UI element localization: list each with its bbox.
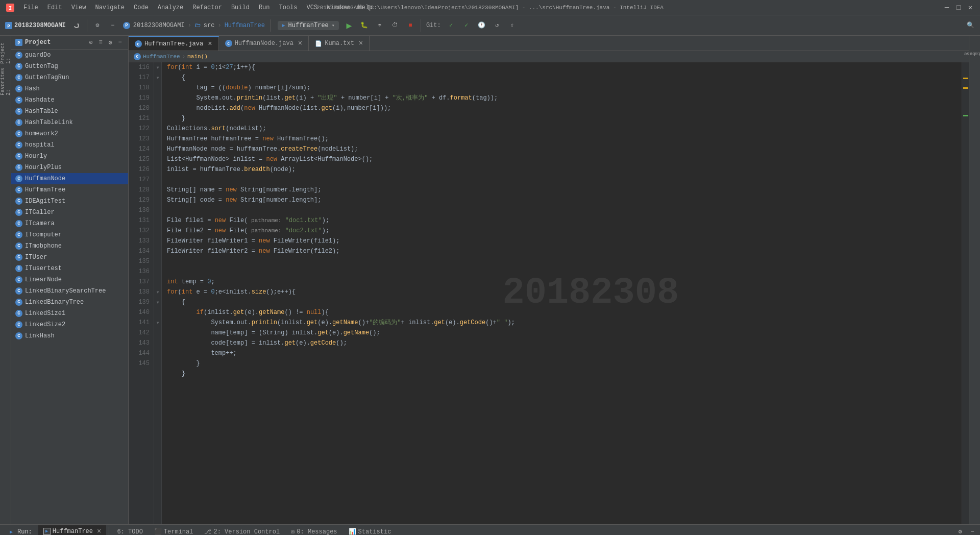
sidebar-settings-btn[interactable]: ⚙: [106, 38, 114, 46]
git-check-btn[interactable]: ✓: [444, 18, 458, 33]
fold-117[interactable]: ▾: [154, 72, 161, 83]
sidebar-item-hospital[interactable]: C hospital: [11, 139, 128, 151]
sidebar-item-LinkedBinarySearchTree[interactable]: C LinkedBinarySearchTree: [11, 285, 128, 297]
tab-close-kuma[interactable]: ×: [359, 39, 363, 47]
menu-refactor[interactable]: Refactor: [188, 3, 226, 12]
code-content[interactable]: for(int i = 0;i<27;i++){ { tag = ((doubl…: [162, 62, 962, 524]
sidebar-item-GuttenTag[interactable]: C GuttenTag: [11, 61, 128, 72]
menu-code[interactable]: Code: [130, 3, 153, 12]
sidebar-title: Project: [25, 39, 84, 46]
svg-text:I: I: [9, 6, 12, 11]
run-button[interactable]: ▶: [342, 18, 356, 33]
sidebar-item-LinearNode[interactable]: C LinearNode: [11, 274, 128, 285]
run-section-label: ▶ Run:: [3, 528, 37, 536]
code-line-136: [167, 266, 957, 277]
code-editor[interactable]: C HuffmanTree › main() 20182308 116 117 …: [129, 51, 969, 524]
coverage-button[interactable]: ☂: [373, 18, 387, 33]
panel-settings-btn[interactable]: ⚙: [955, 527, 965, 536]
sidebar-item-Hash[interactable]: C Hash: [11, 83, 128, 94]
sidebar-item-guardDo[interactable]: C guardDo: [11, 50, 128, 61]
fold-139[interactable]: ▾: [154, 297, 161, 307]
profile-button[interactable]: ⏱: [388, 18, 402, 33]
file-icon-HashTableLink: C: [15, 119, 22, 126]
sidebar-close-btn[interactable]: −: [116, 38, 124, 46]
sidebar-item-LinkedSize1[interactable]: C LinkedSize1: [11, 308, 128, 319]
tab-kuma[interactable]: 📄 Kuma.txt ×: [309, 36, 370, 51]
fold-empty-118: [154, 83, 161, 93]
git-check2-btn[interactable]: ✓: [459, 18, 474, 33]
collapse-btn[interactable]: −: [106, 18, 120, 33]
bottom-panel: ▶ Run: ▶ HuffmanTree × 6: TODO ⬛ Termina…: [0, 524, 980, 535]
tab-close-huffmannode[interactable]: ×: [298, 39, 302, 47]
sidebar-item-LinkedBinaryTree[interactable]: C LinkedBinaryTree: [11, 297, 128, 308]
sidebar-item-HashTableLink[interactable]: C HashTableLink: [11, 117, 128, 128]
debug-button[interactable]: 🐛: [357, 18, 372, 33]
btab-run-icon: ▶: [43, 528, 51, 535]
sidebar-item-ITcomputer[interactable]: C ITcomputer: [11, 229, 128, 240]
stop-button[interactable]: ■: [403, 18, 418, 33]
sidebar-item-ITUser[interactable]: C ITUser: [11, 252, 128, 263]
btab-run[interactable]: ▶ HuffmanTree ×: [38, 525, 107, 536]
run-config-selector[interactable]: ▶ HuffmanTree ▾: [278, 21, 339, 30]
close-button[interactable]: ✕: [966, 3, 975, 12]
sidebar-item-HuffmanNode[interactable]: C HuffmanNode: [11, 173, 128, 184]
git-history-btn[interactable]: 🕐: [475, 18, 489, 33]
sidebar-item-HuffmanTree[interactable]: C HuffmanTree: [11, 184, 128, 196]
btab-vcs[interactable]: ⎇ 2: Version Control: [199, 525, 285, 536]
tab-close-huffmantree[interactable]: ×: [208, 40, 212, 48]
database-panel-btn[interactable]: Database: [960, 49, 981, 58]
maximize-button[interactable]: □: [954, 3, 963, 12]
sidebar-item-HashTable[interactable]: C HashTable: [11, 106, 128, 117]
sidebar-item-GuttenTagRun[interactable]: C GuttenTagRun: [11, 72, 128, 83]
sidebar-item-LinkHash[interactable]: C LinkHash: [11, 330, 128, 342]
menu-run[interactable]: Run: [255, 3, 274, 12]
fold-138[interactable]: ▾: [154, 287, 161, 297]
menu-file[interactable]: File: [19, 3, 42, 12]
project-name-label: 20182308MOGAMI: [133, 22, 185, 29]
bottom-panel-tabs: ▶ Run: ▶ HuffmanTree × 6: TODO ⬛ Termina…: [0, 525, 980, 535]
window-controls: ─ □ ✕: [942, 3, 975, 12]
git-revert-btn[interactable]: ↺: [490, 18, 504, 33]
sidebar-item-ITusertest[interactable]: C ITusertest: [11, 263, 128, 274]
settings-btn[interactable]: ⚙: [90, 18, 105, 33]
fold-empty-144: [154, 348, 161, 358]
panel-minimize-btn[interactable]: −: [967, 527, 977, 536]
btab-statistic[interactable]: 📊 Statistic: [344, 525, 397, 536]
sidebar-item-ITcamera[interactable]: C ITcamera: [11, 218, 128, 229]
sidebar-locate-btn[interactable]: ⊙: [87, 38, 95, 46]
sidebar-item-Hashdate[interactable]: C Hashdate: [11, 94, 128, 106]
git-push-btn[interactable]: ⇧: [505, 18, 520, 33]
project-panel-btn[interactable]: 1: Project: [1, 36, 10, 66]
sidebar-item-ITmobphone[interactable]: C ITmobphone: [11, 240, 128, 252]
btab-terminal[interactable]: ⬛ Terminal: [149, 525, 199, 536]
fold-116[interactable]: ▾: [154, 62, 161, 72]
sidebar-item-LinkedSize2[interactable]: C LinkedSize2: [11, 319, 128, 330]
btab-6-todo[interactable]: 6: TODO: [112, 525, 148, 536]
menu-edit[interactable]: Edit: [43, 3, 66, 12]
menu-navigate[interactable]: Navigate: [91, 3, 129, 12]
right-sidebar: Database: [969, 36, 980, 524]
sidebar-item-IDEAgitTest[interactable]: C IDEAgitTest: [11, 196, 128, 207]
search-everywhere-btn[interactable]: 🔍: [963, 18, 977, 33]
tab-huffmantree[interactable]: C HuffmanTree.java ×: [129, 36, 219, 51]
sidebar-item-homework2[interactable]: C homework2: [11, 128, 128, 139]
fold-141[interactable]: ▾: [154, 318, 161, 328]
tab-huffmannode[interactable]: C HuffmanNode.java ×: [219, 36, 309, 51]
file-icon-LinkHash: C: [15, 332, 22, 339]
sidebar-expand-btn[interactable]: ≡: [96, 38, 105, 46]
menu-build[interactable]: Build: [227, 3, 254, 12]
favorites-panel-btn[interactable]: 2: Favorites: [1, 66, 10, 97]
sync-btn[interactable]: [69, 18, 84, 33]
minimize-button[interactable]: ─: [942, 3, 951, 12]
sidebar-item-ITCaller[interactable]: C ITCaller: [11, 207, 128, 218]
sidebar-item-HourlyPlus[interactable]: C HourlyPlus: [11, 162, 128, 173]
btab-messages[interactable]: ✉ 0: Messages: [286, 525, 342, 536]
file-icon-IDEAgitTest: C: [15, 198, 22, 205]
menu-view[interactable]: View: [67, 3, 90, 12]
sidebar-item-Hourly[interactable]: C Hourly: [11, 151, 128, 162]
code-line-120: nodeList.add(new HuffmanNode(list.get(i)…: [167, 103, 957, 113]
menu-analyze[interactable]: Analyze: [154, 3, 187, 12]
btab-run-close[interactable]: ×: [97, 527, 101, 536]
menu-tools[interactable]: Tools: [275, 3, 302, 12]
tab-label-huffmannode: HuffmanNode.java: [235, 40, 293, 47]
